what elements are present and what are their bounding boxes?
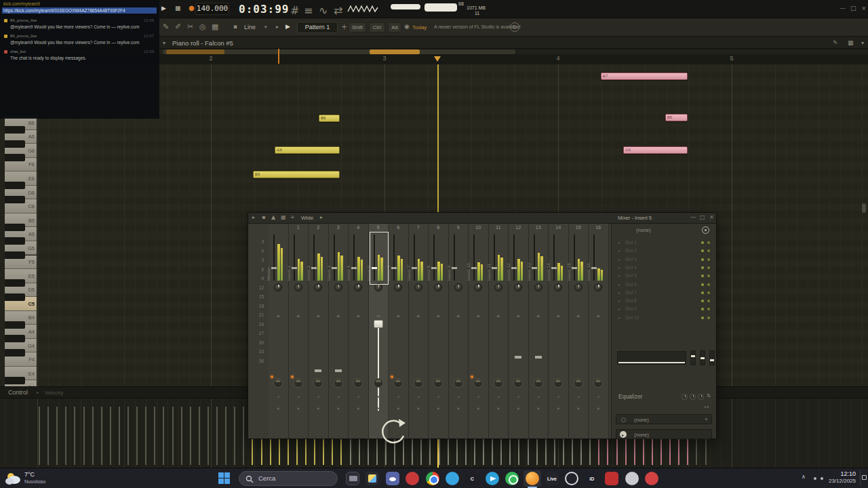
pan-knob[interactable] <box>334 283 342 291</box>
piano-key-sharp[interactable] <box>5 126 25 134</box>
pan-knob[interactable] <box>534 283 542 291</box>
stereo-sep-knob[interactable] <box>473 378 483 388</box>
stereo-sep-knob[interactable] <box>273 378 283 388</box>
pan-knob[interactable] <box>314 283 322 291</box>
record-led[interactable] <box>291 375 294 378</box>
link-arrows-icon[interactable]: ◂▸ <box>349 313 368 318</box>
link-arrows-icon[interactable]: ◂▸ <box>289 313 309 318</box>
mixer-minimize-icon[interactable]: — <box>690 215 696 220</box>
piano-key-sharp[interactable] <box>5 251 25 259</box>
stereo-sep-knob[interactable] <box>414 378 423 388</box>
mini-fader-3[interactable] <box>709 350 715 365</box>
mixer-strip-insert-15[interactable]: 15 Insert 15 ◂▸ ▴ <box>569 224 589 439</box>
pan-knob[interactable] <box>414 283 422 291</box>
fader-handle[interactable] <box>591 267 597 269</box>
taskbar-app-whatsapp[interactable] <box>503 470 521 487</box>
loop-marker-1[interactable] <box>166 49 224 54</box>
slot-mix-dot[interactable] <box>707 300 710 302</box>
link-arrows-icon[interactable]: ◂▸ <box>269 313 288 318</box>
link-arrows-icon[interactable]: ◂▸ <box>369 313 389 318</box>
link-arrows-icon[interactable]: ◂▸ <box>529 313 549 318</box>
piano-key-sharp[interactable] <box>5 196 25 203</box>
piano-key-sharp[interactable] <box>5 349 25 357</box>
mixer-strip-insert-1[interactable]: 1 Insert 1 ◂▸ ▴ <box>289 224 309 439</box>
route-arrow-icon[interactable]: ▴ <box>329 405 349 411</box>
panel-arrows-icon[interactable]: ◂▸ <box>704 404 711 409</box>
select-tool-icon[interactable]: ◎ <box>199 23 206 30</box>
route-arrow-icon[interactable]: ▴ <box>349 405 368 411</box>
velocity-stem[interactable] <box>110 407 111 465</box>
stereo-sep-knob[interactable] <box>593 378 603 388</box>
control-label[interactable]: Control <box>8 389 28 396</box>
stereo-sep-knob[interactable] <box>393 378 403 388</box>
pan-knob[interactable] <box>494 283 502 291</box>
stereo-sep-knob[interactable] <box>374 378 383 388</box>
mixer-titlebar[interactable]: ▸ ▪ ▲ ▦ + Wide ▸ Mixer - Insert 5 — □ × <box>248 213 716 224</box>
route-arrow-icon[interactable]: ▴ <box>409 405 429 411</box>
link-arrows-icon[interactable]: ◂▸ <box>549 313 568 318</box>
swap-icon[interactable]: ⇄ <box>334 5 342 16</box>
fx-slot[interactable]: ▸ Slot 5 <box>614 272 713 280</box>
velocity-stem[interactable] <box>208 407 209 465</box>
detach-icon[interactable]: ▪ <box>262 215 265 220</box>
mixer-maximize-icon[interactable]: □ <box>700 215 705 220</box>
fader-handle[interactable] <box>452 267 457 269</box>
route-arrow-icon[interactable]: ▴ <box>569 405 589 411</box>
velocity-stem[interactable] <box>56 407 58 465</box>
midi-note-g6[interactable]: G6 <box>275 146 340 154</box>
volume-icon[interactable] <box>821 477 823 480</box>
slot-enable-dot[interactable] <box>701 258 704 261</box>
velocity-stem[interactable] <box>199 407 200 465</box>
fx-slot[interactable]: ▸ Slot 6 <box>614 281 713 289</box>
velocity-stem[interactable] <box>74 407 75 465</box>
layout-chevron-icon[interactable]: ▸ <box>320 215 323 220</box>
piano-key-sharp[interactable] <box>5 224 25 231</box>
link-arrows-icon[interactable]: ◂▸ <box>469 313 488 318</box>
velocity-stem[interactable] <box>83 407 85 465</box>
velocity-stem[interactable] <box>145 407 146 465</box>
fx-slot[interactable]: ▸ Slot 4 <box>614 264 713 272</box>
paint-tool-icon[interactable]: ✐ <box>175 23 181 30</box>
slot-mix-dot[interactable] <box>707 283 710 286</box>
velocity-stem[interactable] <box>136 407 138 465</box>
add-pattern-icon[interactable]: + <box>341 23 347 30</box>
channel-subfader[interactable] <box>535 356 542 359</box>
clock-time[interactable]: 12:10 <box>840 470 856 477</box>
eq-high-knob[interactable] <box>698 394 704 400</box>
playhead-marker[interactable] <box>434 56 441 62</box>
step-edit-icon[interactable]: ≡ <box>304 5 313 16</box>
route-dial-icon[interactable] <box>370 413 414 449</box>
velocity-stem[interactable] <box>225 407 226 465</box>
channel-fader-handle[interactable] <box>374 320 383 328</box>
close-icon[interactable]: × <box>861 5 867 12</box>
velocity-stem[interactable] <box>92 407 94 465</box>
start-button[interactable] <box>218 472 230 484</box>
channel-subfader[interactable] <box>315 369 321 372</box>
taskbar-app-telegram[interactable] <box>484 470 501 487</box>
vertical-scrollbar-thumb[interactable] <box>862 203 866 213</box>
fx-slot[interactable]: ▸ Slot 2 <box>614 247 713 255</box>
route-arrow-icon[interactable]: ▴ <box>369 405 389 411</box>
fx-slot[interactable]: ▸ Slot 7 <box>614 289 713 297</box>
fader-handle[interactable] <box>492 267 497 269</box>
piano-key-sharp[interactable] <box>5 335 25 342</box>
chat-url-selection[interactable]: https://kick.com/myteam9/01SEGOXW4AZ7865… <box>2 7 157 14</box>
fader-handle[interactable] <box>511 267 517 269</box>
alt-key-button[interactable]: Alt <box>388 22 401 33</box>
mixer-strip-master[interactable]: Master ◂▸ ▴ <box>269 224 289 439</box>
channel-subfader[interactable] <box>335 369 342 372</box>
mixer-menu-icon[interactable]: ▸ <box>252 215 255 220</box>
route-arrow-icon[interactable]: ▴ <box>469 405 488 411</box>
velocity-stem[interactable] <box>234 407 235 465</box>
velocity-stem[interactable] <box>101 407 102 465</box>
menu-chevron-icon[interactable]: ▾ <box>163 41 165 46</box>
fader-handle[interactable] <box>391 267 397 269</box>
grid-icon[interactable]: ▦ <box>848 40 854 46</box>
network-icon[interactable] <box>814 477 816 480</box>
fx-slot[interactable]: ▸ Slot 8 <box>614 297 713 305</box>
taskbar-app-pin-app[interactable] <box>643 470 660 487</box>
velocity-stem[interactable] <box>119 407 120 465</box>
slot-enable-dot[interactable] <box>701 308 704 310</box>
mixer-strip-insert-16[interactable]: 16 Insert 16 ◂▸ ▴ <box>589 224 609 439</box>
selected-slot-label[interactable]: (none) <box>636 227 651 233</box>
